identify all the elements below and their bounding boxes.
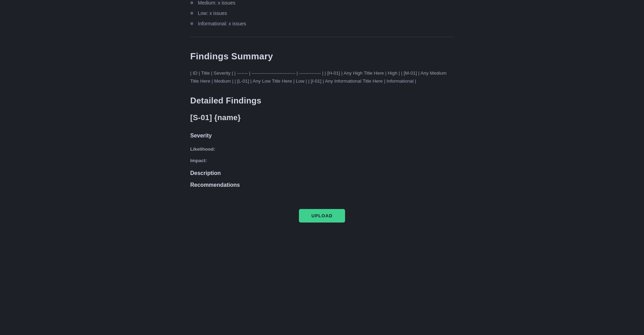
finding-s01-title: [S-01] {name} [190,113,454,122]
low-issues-text: Low: x issues [198,10,227,16]
impact-label: Impact: [190,158,207,163]
bullet-icon [190,22,193,25]
likelihood-row: Likelihood: [190,146,454,152]
informational-issues-text: Informational: x issues [198,21,246,26]
issues-list: Medium: x issues Low: x issues Informati… [190,0,454,26]
section-divider [190,37,454,37]
list-item: Low: x issues [190,10,454,16]
findings-table-text: | ID | Title | Severity | | ------- | --… [190,69,454,85]
detailed-findings-title: Detailed Findings [190,96,454,106]
list-item: Medium: x issues [190,0,454,6]
impact-row: Impact: [190,157,454,163]
bullet-icon [190,1,193,4]
severity-heading: Severity [190,133,454,139]
description-heading: Description [190,170,454,176]
recommendations-heading: Recommendations [190,182,454,188]
upload-button-container: UPLOAD [190,209,454,223]
findings-summary-title: Findings Summary [190,51,454,62]
upload-button[interactable]: UPLOAD [299,209,345,223]
list-item: Informational: x issues [190,21,454,26]
medium-issues-text: Medium: x issues [198,0,235,6]
bullet-icon [190,12,193,15]
likelihood-label: Likelihood: [190,146,215,152]
